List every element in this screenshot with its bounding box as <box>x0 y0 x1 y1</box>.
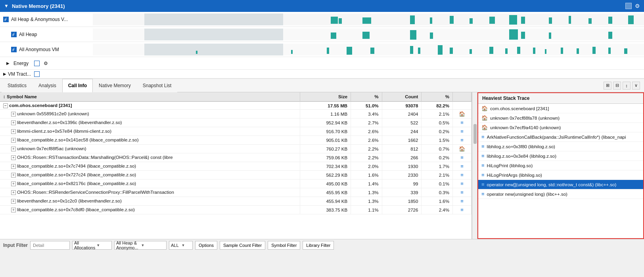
th-size-pct[interactable]: % <box>351 92 382 101</box>
table-scroll-container[interactable]: ↕ Symbol Name Size % Count % <box>0 92 472 239</box>
memory-row-all-anon-vm: ✓ All Anonymous VM <box>0 42 644 57</box>
stack-item[interactable]: 🏠com.ohos.sceneboard [2341] <box>478 104 643 113</box>
stack-item[interactable]: ≡operator new[](unsigned long, std::noth… <box>478 180 643 189</box>
stack-item[interactable]: ≡operator new(unsigned long) (libc++.so) <box>478 189 643 199</box>
svg-rect-36 <box>438 45 443 55</box>
size-pct-cell: 2.0% <box>351 162 382 171</box>
count-pct-cell: 1.6% <box>422 197 452 206</box>
svg-rect-42 <box>533 48 535 54</box>
input-filter-field[interactable] <box>30 241 70 250</box>
count-cell: 2330 <box>382 171 422 180</box>
all-dropdown[interactable]: ALL ▼ <box>169 241 193 250</box>
filter-bar: Input Filter All Allocations ▼ All Heap … <box>0 239 644 251</box>
expand-icon[interactable]: − <box>3 103 8 108</box>
count-cell: 99 <box>382 180 422 188</box>
expand-icon[interactable]: + <box>11 147 16 151</box>
layers-stack-icon: ≡ <box>481 162 485 168</box>
expand-icon[interactable]: + <box>11 181 16 186</box>
symbol-name-text: libace_compatible.z.so+0x82176c (libace_… <box>17 181 136 186</box>
count-cell: 339 <box>382 188 422 197</box>
stack-item[interactable]: ≡libhilog.z.so+0x3e84 (libhilog.z.so) <box>478 151 643 161</box>
chevron-down-icon-3: ▼ <box>181 243 191 247</box>
svg-rect-8 <box>470 18 473 24</box>
th-size[interactable]: Size <box>300 92 351 101</box>
layers-stack-icon: ≡ <box>481 134 485 140</box>
scroll-thumb[interactable] <box>473 124 477 144</box>
count-cell: 2726 <box>382 206 422 214</box>
sample-count-filter-button[interactable]: Sample Count Filter <box>220 241 265 250</box>
stack-item[interactable]: ≡HiLogPrint (libhilog.so) <box>478 161 643 170</box>
checkbox-all-heap-anon[interactable]: ✓ <box>3 17 9 22</box>
stack-item[interactable]: ≡libhilog.z.so+0x3f80 (libhilog.z.so) <box>478 142 643 151</box>
symbol-filter-button[interactable]: Symbol Filter <box>268 241 300 250</box>
heap-filter-dropdown[interactable]: All Heap & Anonymo... ▼ <box>114 241 167 250</box>
checkbox-all-anon-vm[interactable]: ✓ <box>11 47 17 52</box>
svg-rect-22 <box>430 32 433 39</box>
th-symbol-name[interactable]: ↕ Symbol Name <box>0 92 300 101</box>
stack-item[interactable]: 🏠unknown 0x7ecf9a4140 (unknown) <box>478 123 643 132</box>
stack-item[interactable]: 🏠unknown 0x7ecf88fa78 (unknown) <box>478 113 643 123</box>
tab-call-info[interactable]: Call Info <box>62 79 93 92</box>
table-row: +libeventhandler.z.so+0x1396c (libeventh… <box>0 118 472 127</box>
stack-item[interactable]: ≡HiLogPrintArgs (libhilog.so) <box>478 170 643 180</box>
settings-icon[interactable]: ⚙ <box>635 3 640 9</box>
stack-item-text: unknown 0x7ecf88fa78 (unknown) <box>490 116 560 120</box>
tab-analysis[interactable]: Analysis <box>33 79 62 92</box>
layers-stack-icon: ≡ <box>481 181 485 187</box>
size-cell: 952.94 KB <box>300 118 351 127</box>
symbol-name-text: OHOS::Rosen::RSTransactionData::Marshall… <box>17 155 173 160</box>
label-all-heap-anon: All Heap & Anonymous V... <box>11 17 68 22</box>
expand-icon[interactable]: + <box>11 173 16 178</box>
stack-item-text: unknown 0x7ecf9a4140 (unknown) <box>490 125 561 130</box>
svg-rect-19 <box>331 32 336 39</box>
options-button[interactable]: Options <box>195 241 217 250</box>
tab-action-merge[interactable]: ⊟ <box>613 82 621 90</box>
expand-icon[interactable]: + <box>11 199 16 204</box>
all-allocations-dropdown[interactable]: All Allocations ▼ <box>72 241 112 250</box>
tab-action-more[interactable]: ∨ <box>632 82 640 90</box>
count-pct-cell: 0.3% <box>422 188 452 197</box>
chart-all-heap-anon <box>93 13 644 25</box>
collapse-arrow[interactable]: ▼ <box>4 3 9 9</box>
expand-icon[interactable]: + <box>11 120 16 125</box>
tab-action-sort[interactable]: ↕ <box>623 82 631 90</box>
tab-snapshot-list[interactable]: Snapshot List <box>137 79 178 92</box>
record-icon[interactable] <box>625 3 632 9</box>
library-filter-button[interactable]: Library Filter <box>303 241 334 250</box>
svg-rect-40 <box>505 48 508 54</box>
left-table-panel: ↕ Symbol Name Size % Count % <box>0 92 472 239</box>
tab-statistics[interactable]: Statistics <box>2 79 33 92</box>
energy-gear-icon[interactable]: ⚙ <box>44 61 48 66</box>
size-cell: 562.29 KB <box>300 171 351 180</box>
tab-native-memory[interactable]: Native Memory <box>93 79 137 92</box>
svg-rect-26 <box>608 32 612 39</box>
energy-expand-arrow[interactable]: ▶ <box>6 61 10 65</box>
th-count-pct[interactable]: % <box>422 92 452 101</box>
layers-stack-icon: ≡ <box>481 172 485 178</box>
count-pct-cell: 0.7% <box>422 145 452 153</box>
checkbox-all-heap[interactable]: ✓ <box>11 32 17 37</box>
stack-list[interactable]: 🏠com.ohos.sceneboard [2341]🏠unknown 0x7e… <box>478 104 643 238</box>
size-cell: 760.27 KB <box>300 145 351 153</box>
size-pct-cell: 1.3% <box>351 197 382 206</box>
expand-icon[interactable]: + <box>11 208 16 212</box>
th-icon <box>452 92 471 101</box>
tab-action-split[interactable]: ⊞ <box>604 82 611 90</box>
th-count[interactable]: Count <box>382 92 422 101</box>
stack-item[interactable]: ≡ArkNativeFunctionCallBack(panda::JsiRun… <box>478 132 643 142</box>
expand-icon[interactable]: + <box>11 190 16 195</box>
expand-icon[interactable]: + <box>11 155 16 160</box>
svg-rect-48 <box>624 48 627 54</box>
checkbox-vm[interactable] <box>34 71 40 77</box>
expand-icon[interactable]: + <box>11 164 16 169</box>
svg-rect-33 <box>370 48 374 54</box>
stack-item-text: libhilog.z.so+0x3f80 (libhilog.z.so) <box>487 144 555 149</box>
stack-icon: ≡ <box>460 198 464 204</box>
table-row: +libace_compatible.z.so+0x141ec58 (libac… <box>0 136 472 145</box>
expand-icon[interactable]: + <box>11 112 16 117</box>
table-header-row: ↕ Symbol Name Size % Count % <box>0 92 472 101</box>
expand-icon[interactable]: + <box>11 138 16 143</box>
row-icon-cell: 🏠 <box>452 145 471 153</box>
checkbox-energy[interactable] <box>34 61 40 66</box>
expand-icon[interactable]: + <box>11 129 16 134</box>
